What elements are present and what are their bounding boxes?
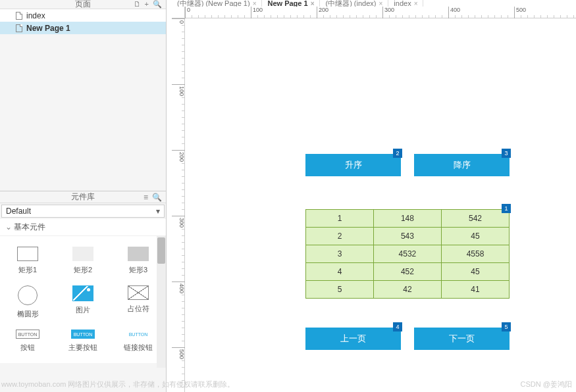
table-cell[interactable]: 5: [306, 281, 374, 299]
add-folder-icon[interactable]: +: [145, 0, 149, 9]
widget-rect1[interactable]: 矩形1: [0, 241, 55, 280]
tab-newpage1[interactable]: New Page 1×: [262, 0, 320, 7]
table-row[interactable]: 1148542: [306, 210, 510, 228]
table-cell[interactable]: 42: [373, 281, 441, 299]
table-row[interactable]: 254345: [306, 228, 510, 245]
widget-image[interactable]: 图片: [55, 280, 111, 324]
table-cell[interactable]: 148: [373, 210, 441, 228]
table-cell[interactable]: 3: [306, 245, 374, 263]
scrollbar[interactable]: [157, 236, 166, 368]
watermark-right: CSDN @姜鸿阳: [521, 380, 572, 389]
tab-index[interactable]: index×: [388, 0, 423, 7]
close-icon[interactable]: ×: [379, 0, 382, 7]
library-header: 元件库 ≡ 🔍: [0, 191, 166, 203]
ruler-horizontal[interactable]: 0100200300400500: [185, 7, 576, 18]
repeater-widget[interactable]: 1148542254345345324558445245542411: [305, 209, 510, 298]
widget-rect2[interactable]: 矩形2: [55, 241, 111, 280]
page-tree: index New Page 1: [0, 9, 166, 34]
ruler-tick: 0: [172, 18, 185, 24]
library-dropdown[interactable]: Default: [1, 205, 165, 218]
watermark-left: www.toymoban.com 网络图片仅供展示，非存储，如有侵权请联系删除。: [1, 380, 234, 389]
add-page-icon[interactable]: 🗋: [134, 0, 141, 9]
ruler-corner: [172, 7, 185, 18]
repeater-table[interactable]: 114854225434534532455844524554241: [305, 209, 510, 299]
footnote-badge[interactable]: 3: [502, 149, 511, 158]
table-cell[interactable]: 542: [441, 210, 509, 228]
pages-title: 页面: [75, 0, 91, 10]
canvas-button-上一页[interactable]: 上一页4: [305, 328, 401, 350]
ruler-tick: 0: [185, 7, 190, 18]
ruler-vertical[interactable]: 0100200300400500: [172, 18, 185, 392]
link-button-icon: BUTTON: [126, 330, 150, 339]
widget-primary-button[interactable]: BUTTON主要按钮: [55, 324, 111, 358]
button-icon: BUTTON: [16, 330, 39, 339]
table-cell[interactable]: 45: [441, 228, 509, 245]
footnote-badge[interactable]: 2: [393, 149, 402, 158]
image-icon: [72, 285, 93, 301]
placeholder-icon: [128, 285, 149, 300]
table-cell[interactable]: 543: [373, 228, 441, 245]
library-section[interactable]: 基本元件: [0, 219, 166, 236]
table-cell[interactable]: 4: [306, 263, 374, 281]
table-cell[interactable]: 1: [306, 210, 374, 228]
ellipse-icon: [18, 285, 38, 305]
close-icon[interactable]: ×: [414, 0, 418, 7]
rect1-icon: [17, 247, 38, 261]
scrollbar-thumb[interactable]: [157, 237, 165, 264]
pages-header: 页面 🗋 + 🔍: [0, 0, 166, 9]
page-icon: [16, 12, 22, 20]
rect2-icon: [72, 247, 93, 261]
canvas-button-升序[interactable]: 升序2: [305, 154, 401, 176]
page-item-newpage1[interactable]: New Page 1: [0, 22, 166, 34]
table-row[interactable]: 445245: [306, 263, 510, 281]
table-cell[interactable]: 2: [306, 228, 374, 245]
tab-repeater-index[interactable]: (中继器) (index)×: [320, 0, 388, 7]
widget-ellipse[interactable]: 椭圆形: [0, 280, 55, 324]
footnote-badge[interactable]: 1: [502, 204, 511, 213]
table-cell[interactable]: 41: [441, 281, 509, 299]
search-icon[interactable]: 🔍: [153, 0, 162, 9]
widget-button[interactable]: BUTTON按钮: [0, 324, 55, 358]
rect3-icon: [128, 247, 149, 261]
close-icon[interactable]: ×: [253, 0, 257, 7]
search-icon[interactable]: 🔍: [152, 193, 162, 202]
tab-repeater-newpage1[interactable]: (中继器) (New Page 1)×: [172, 0, 262, 7]
page-icon: [16, 24, 22, 32]
table-cell[interactable]: 4532: [373, 245, 441, 263]
canvas-button-下一页[interactable]: 下一页5: [414, 328, 510, 350]
menu-icon[interactable]: ≡: [144, 193, 148, 202]
canvas-button-降序[interactable]: 降序3: [414, 154, 510, 176]
canvas: 0100200300400500 0100200300400500 升序2降序3…: [172, 7, 576, 392]
tab-bar: (中继器) (New Page 1)× New Page 1× (中继器) (i…: [172, 0, 423, 7]
table-cell[interactable]: 452: [373, 263, 441, 281]
table-row[interactable]: 345324558: [306, 245, 510, 263]
primary-button-icon: BUTTON: [71, 330, 95, 339]
library-title: 元件库: [71, 191, 95, 203]
widgets-grid: 矩形1 矩形2 矩形3 椭圆形 图片 占位符 BUTTON按钮 BUTTON主要…: [0, 236, 166, 363]
footnote-badge[interactable]: 5: [502, 322, 511, 331]
design-surface[interactable]: 升序2降序3上一页4下一页511485422543453453245584452…: [185, 18, 576, 392]
table-cell[interactable]: 45: [441, 263, 509, 281]
library-panel: 元件库 ≡ 🔍 Default 基本元件 矩形1 矩形2 矩形3 椭圆形 图片 …: [0, 191, 167, 392]
table-row[interactable]: 54241: [306, 281, 510, 299]
table-cell[interactable]: 4558: [441, 245, 509, 263]
pages-panel: 页面 🗋 + 🔍 index New Page 1: [0, 0, 167, 191]
footnote-badge[interactable]: 4: [393, 322, 402, 331]
close-icon[interactable]: ×: [311, 0, 315, 7]
page-item-index[interactable]: index: [0, 9, 166, 22]
